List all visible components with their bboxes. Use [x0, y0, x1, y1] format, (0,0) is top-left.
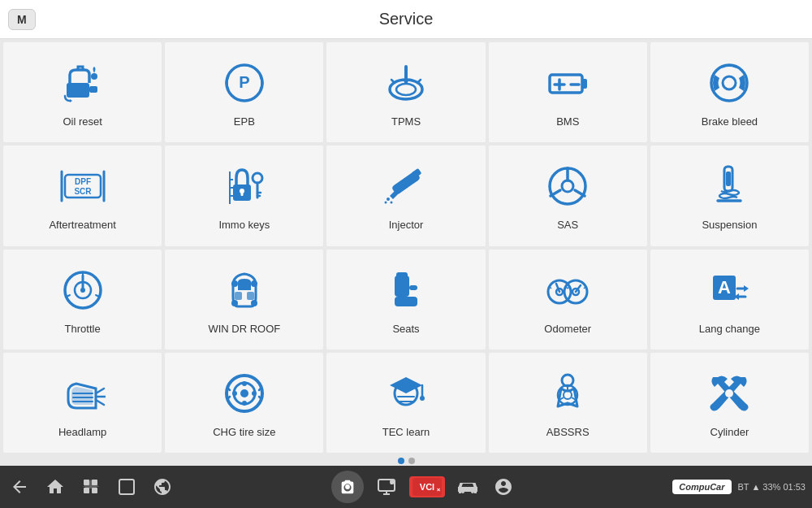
tire-icon: [218, 367, 270, 419]
pagination-dot-1: [398, 458, 404, 464]
status-text: BT ▲ 33% 01:53: [738, 482, 806, 492]
chg-tire-size-label: CHG tire size: [213, 426, 275, 438]
svg-point-93: [420, 396, 425, 401]
svg-point-55: [231, 280, 238, 287]
header: M Service: [0, 0, 812, 39]
seats-icon: [380, 264, 432, 316]
svg-text:×: ×: [437, 486, 441, 493]
home-apps-button[interactable]: [78, 474, 104, 500]
svg-line-69: [550, 287, 551, 289]
service-item-odometer[interactable]: Odometer: [489, 250, 647, 350]
svg-line-11: [417, 80, 421, 83]
suspension-label: Suspension: [702, 219, 757, 231]
immo-icon: [218, 160, 270, 212]
aftertreatment-label: Aftertreatment: [49, 219, 115, 231]
svg-rect-1: [89, 86, 97, 93]
svg-text:DPF: DPF: [75, 177, 91, 186]
car-button[interactable]: [455, 474, 481, 500]
svg-point-58: [251, 300, 257, 306]
svg-marker-75: [744, 285, 749, 292]
service-item-throttle[interactable]: Throttle: [3, 250, 162, 350]
display-button[interactable]: !: [374, 474, 400, 500]
throttle-label: Throttle: [65, 323, 101, 335]
immo-keys-label: Immo keys: [218, 219, 270, 231]
cylinder-label: Cylinder: [710, 426, 749, 438]
nav-left: [6, 474, 175, 500]
cylinder-icon: [703, 367, 755, 419]
service-item-bms[interactable]: BMS: [489, 42, 647, 142]
svg-rect-106: [92, 488, 97, 493]
service-item-headlamp[interactable]: Headlamp: [3, 353, 162, 453]
svg-point-2: [91, 73, 97, 80]
back-button[interactable]: [6, 474, 32, 500]
svg-point-57: [231, 300, 238, 306]
service-item-tec-learn[interactable]: TEC learn: [326, 353, 485, 453]
svg-rect-13: [582, 79, 587, 89]
suspension-icon: [703, 160, 755, 212]
service-item-oil-reset[interactable]: Oil reset: [3, 42, 162, 142]
svg-point-85: [240, 389, 248, 397]
vcx-button[interactable]: VCI ×: [409, 476, 445, 497]
grid-row-3: Headlamp: [3, 353, 809, 453]
grid-row-0: Oil reset P EPB: [3, 42, 809, 142]
lang-icon: A: [703, 264, 755, 316]
camera-button[interactable]: [331, 471, 364, 503]
winroof-icon: [218, 264, 270, 316]
injector-label: Injector: [389, 219, 424, 231]
dpf-icon: DPF SCR: [57, 160, 109, 212]
sas-label: SAS: [557, 219, 578, 231]
browser-button[interactable]: [149, 474, 175, 500]
svg-rect-61: [409, 285, 417, 290]
svg-text:A: A: [718, 277, 731, 297]
nav-center: ! VCI ×: [331, 471, 516, 503]
service-item-chg-tire-size[interactable]: CHG tire size: [165, 353, 323, 453]
svg-point-36: [385, 202, 387, 204]
service-item-lang-change[interactable]: A Lang change: [650, 250, 809, 350]
svg-point-25: [253, 173, 262, 183]
svg-marker-3: [70, 99, 72, 102]
oil-icon: [57, 57, 109, 109]
svg-rect-0: [67, 83, 89, 98]
service-item-tpms[interactable]: TPMS: [326, 42, 485, 142]
service-item-seats[interactable]: Seats: [326, 250, 485, 350]
service-item-cylinder[interactable]: Cylinder: [650, 353, 809, 453]
svg-point-7: [396, 84, 416, 95]
headlamp-label: Headlamp: [58, 426, 106, 438]
svg-rect-53: [235, 292, 242, 300]
tpms-label: TPMS: [391, 115, 421, 128]
service-item-abssrs[interactable]: ABSSRS: [489, 353, 647, 453]
tec-learn-label: TEC learn: [382, 426, 430, 438]
svg-rect-54: [247, 292, 254, 300]
nav-right: CompuCar BT ▲ 33% 01:53: [672, 480, 806, 494]
service-item-epb[interactable]: P EPB: [165, 42, 323, 142]
recents-button[interactable]: [114, 474, 140, 500]
page-title: Service: [379, 10, 434, 28]
odometer-label: Odometer: [544, 323, 591, 335]
throttle-icon: [57, 264, 109, 316]
svg-rect-24: [240, 191, 243, 196]
svg-point-9: [404, 80, 408, 84]
service-grid: Oil reset P EPB: [0, 39, 812, 456]
service-item-aftertreatment[interactable]: DPF SCR Aftertreatment: [3, 145, 162, 245]
profile-button[interactable]: [490, 474, 516, 500]
home-button[interactable]: [42, 474, 68, 500]
svg-rect-60: [395, 297, 417, 306]
service-item-windroof[interactable]: WIN DR ROOF: [165, 250, 323, 350]
svg-rect-107: [119, 480, 134, 494]
service-item-brake-bleed[interactable]: Brake bleed: [650, 42, 809, 142]
svg-point-35: [387, 198, 390, 201]
svg-point-39: [562, 180, 573, 192]
abs-icon: [542, 367, 594, 419]
pagination: [0, 456, 812, 466]
m-button[interactable]: M: [8, 9, 36, 30]
brand-badge: CompuCar: [672, 480, 731, 494]
service-item-sas[interactable]: SAS: [489, 145, 647, 245]
service-item-immo-keys[interactable]: Immo keys: [165, 145, 323, 245]
svg-line-71: [566, 287, 568, 289]
headlamp-icon: [57, 367, 109, 419]
service-item-injector[interactable]: Injector: [326, 145, 485, 245]
nav-bar: ! VCI × CompuCar BT ▲ 33% 01:53: [0, 466, 812, 508]
service-item-suspension[interactable]: Suspension: [650, 145, 809, 245]
svg-rect-104: [84, 488, 89, 493]
brake-icon: [703, 57, 755, 109]
